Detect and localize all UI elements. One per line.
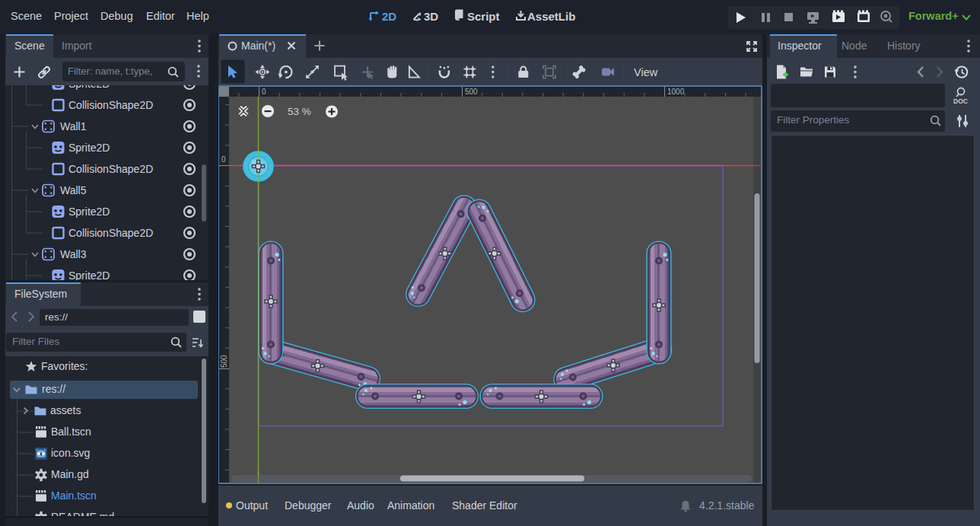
svg-text:1000: 1000: [667, 88, 685, 96]
svg-text:0: 0: [221, 155, 226, 164]
svg-text:DOC: DOC: [953, 97, 968, 105]
svg-text:View: View: [634, 66, 658, 78]
svg-text:500: 500: [220, 355, 228, 368]
svg-text:0: 0: [262, 88, 266, 96]
svg-text:500: 500: [465, 88, 478, 96]
svg-text:53 %: 53 %: [288, 106, 311, 117]
